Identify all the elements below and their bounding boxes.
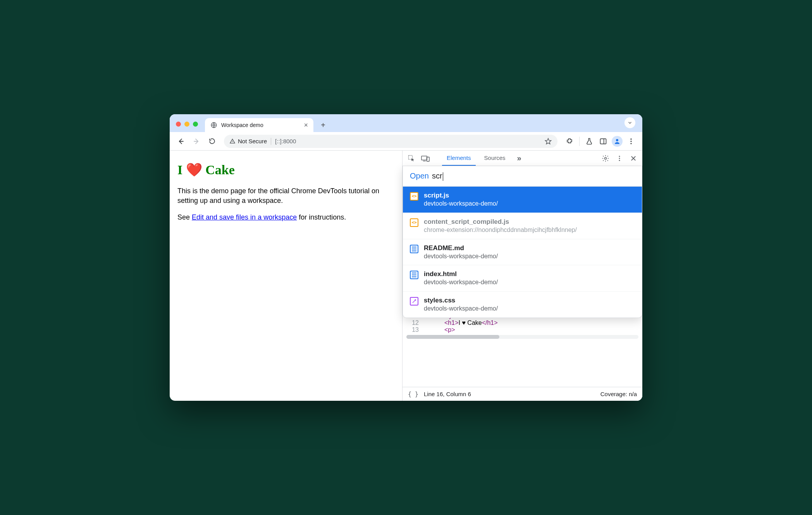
- result-path: devtools-workspace-demo/: [424, 278, 498, 287]
- line-number: 13: [406, 326, 419, 333]
- browser-toolbar: Not Secure [::]:8000: [170, 132, 642, 151]
- result-path: devtools-workspace-demo/: [424, 200, 498, 208]
- command-result[interactable]: README.md devtools-workspace-demo/: [403, 239, 642, 265]
- workspace-link[interactable]: Edit and save files in a workspace: [192, 213, 297, 221]
- command-prefix: Open: [410, 172, 429, 180]
- devtools-menu-icon[interactable]: [614, 153, 624, 163]
- editor-statusbar: { } Line 16, Column 6 Coverage: n/a: [403, 387, 642, 401]
- avatar-icon: [612, 136, 623, 147]
- tab-overflow-button[interactable]: [624, 117, 635, 128]
- svg-point-9: [605, 157, 607, 159]
- coverage-label: Coverage: n/a: [600, 391, 637, 397]
- command-results: <> script.js devtools-workspace-demo/ <>…: [403, 186, 642, 318]
- tabs-overflow[interactable]: »: [514, 154, 525, 163]
- document-file-icon: [410, 245, 418, 253]
- svg-point-12: [619, 160, 620, 161]
- close-tab-icon[interactable]: ×: [304, 121, 308, 129]
- page-paragraph: This is the demo page for the official C…: [177, 186, 394, 206]
- svg-point-3: [630, 138, 631, 139]
- command-query: scr: [432, 172, 443, 181]
- device-toolbar-icon[interactable]: [420, 153, 430, 163]
- devtools-body: Open scr <> script.js devtools-workspace…: [403, 166, 642, 401]
- command-result[interactable]: <> script.js devtools-workspace-demo/: [403, 187, 642, 213]
- page-see: See Edit and save files in a workspace f…: [177, 213, 394, 222]
- security-label: Not Secure: [238, 138, 267, 144]
- devtools-tabbar: Elements Sources »: [403, 151, 642, 166]
- svg-point-2: [616, 139, 618, 141]
- close-window[interactable]: [176, 122, 181, 127]
- line-number: 12: [406, 319, 419, 326]
- side-panel-icon[interactable]: [597, 135, 610, 148]
- script-file-icon: <>: [410, 192, 418, 201]
- settings-icon[interactable]: [600, 153, 611, 163]
- svg-point-5: [630, 143, 631, 144]
- minimize-window[interactable]: [184, 122, 189, 127]
- browser-window: Workspace demo × + Not Secure [::]:8000: [170, 114, 642, 401]
- page-heading: I ❤️ Cake: [177, 161, 394, 179]
- code-text: <h1>: [444, 319, 458, 326]
- browser-tab[interactable]: Workspace demo ×: [205, 118, 313, 132]
- result-title: README.md: [424, 244, 498, 252]
- svg-rect-1: [600, 139, 606, 144]
- tab-sources[interactable]: Sources: [480, 151, 510, 166]
- result-title: index.html: [424, 270, 498, 278]
- maximize-window[interactable]: [193, 122, 198, 127]
- tab-strip: Workspace demo × +: [170, 114, 642, 132]
- see-prefix: See: [177, 213, 192, 221]
- window-controls: [176, 122, 198, 127]
- command-result[interactable]: index.html devtools-workspace-demo/: [403, 265, 642, 291]
- page-view: I ❤️ Cake This is the demo page for the …: [170, 151, 402, 401]
- command-menu: Open scr <> script.js devtools-workspace…: [403, 166, 642, 318]
- bookmark-icon[interactable]: [544, 137, 552, 145]
- omnibox-separator: [271, 138, 271, 145]
- toolbar-separator: [579, 137, 580, 146]
- labs-icon[interactable]: [583, 135, 596, 148]
- code-text: I ♥ Cake: [458, 319, 482, 326]
- toolbar-actions: [563, 135, 638, 148]
- svg-rect-7: [421, 156, 427, 160]
- new-tab-button[interactable]: +: [317, 119, 329, 131]
- horizontal-scrollbar[interactable]: [406, 335, 638, 339]
- svg-point-10: [619, 156, 620, 157]
- svg-point-4: [630, 141, 631, 142]
- forward-button[interactable]: [190, 135, 203, 148]
- inspect-icon[interactable]: [406, 153, 416, 163]
- kebab-menu[interactable]: [624, 135, 638, 148]
- devtools-panel: Elements Sources »: [402, 151, 642, 401]
- code-text: </h1>: [482, 319, 498, 326]
- command-result[interactable]: <> content_script_compiled.js chrome-ext…: [403, 213, 642, 239]
- pretty-print-icon[interactable]: { }: [408, 391, 418, 398]
- globe-icon: [210, 122, 217, 129]
- extensions-icon[interactable]: [563, 135, 576, 148]
- stylesheet-file-icon: [410, 297, 418, 306]
- see-suffix: for instructions.: [297, 213, 346, 221]
- reload-button[interactable]: [205, 135, 218, 148]
- tab-title: Workspace demo: [221, 122, 263, 128]
- profile-button[interactable]: [611, 135, 624, 148]
- result-title: content_script_compiled.js: [424, 218, 577, 226]
- result-path: devtools-workspace-demo/: [424, 305, 498, 313]
- url-text: [::]:8000: [275, 138, 296, 144]
- result-path: devtools-workspace-demo/: [424, 252, 498, 261]
- document-file-icon: [410, 271, 418, 279]
- close-devtools-icon[interactable]: [628, 153, 638, 163]
- command-input[interactable]: Open scr: [403, 166, 642, 186]
- result-path: chrome-extension://noondiphcddnnabmjcihc…: [424, 226, 577, 234]
- content-area: I ❤️ Cake This is the demo page for the …: [170, 151, 642, 401]
- script-file-icon: <>: [410, 218, 418, 227]
- svg-point-11: [619, 158, 620, 159]
- tab-elements[interactable]: Elements: [442, 151, 476, 166]
- cursor-position: Line 16, Column 6: [424, 391, 471, 397]
- security-chip[interactable]: Not Secure: [229, 138, 267, 144]
- back-button[interactable]: [174, 135, 188, 148]
- result-title: styles.css: [424, 296, 498, 305]
- code-text: <p>: [426, 326, 455, 333]
- result-title: script.js: [424, 191, 498, 200]
- address-bar[interactable]: Not Secure [::]:8000: [224, 135, 557, 148]
- command-result[interactable]: styles.css devtools-workspace-demo/: [403, 291, 642, 318]
